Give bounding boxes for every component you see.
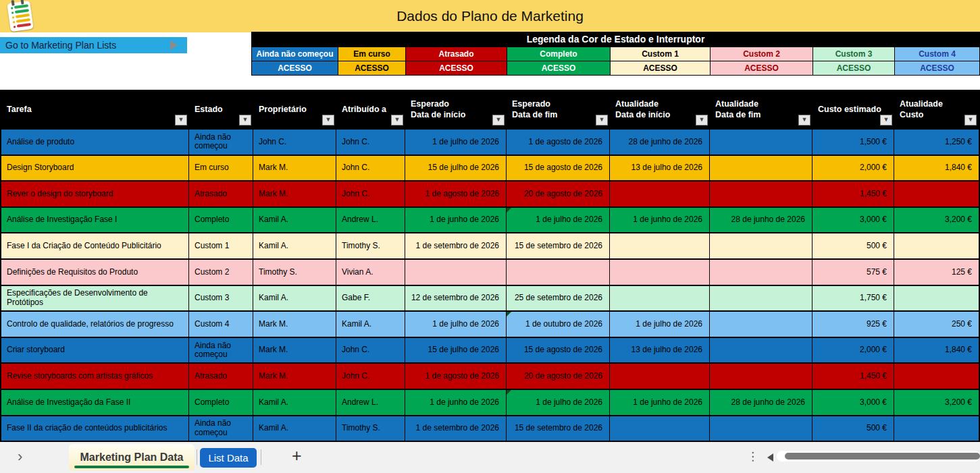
table-cell[interactable] [710,182,813,206]
legend-status-cell[interactable]: Custom 3 [813,47,895,61]
table-cell[interactable] [610,182,710,206]
legend-status-cell[interactable]: Completo [507,47,611,61]
table-cell[interactable]: 28 de junho de 2026 [710,208,813,233]
table-cell[interactable]: 1,450 € [813,182,894,206]
table-cell[interactable]: Design Storyboard [1,156,189,181]
table-cell[interactable] [894,364,979,389]
table-cell[interactable] [710,312,813,337]
table-cell[interactable]: 125 € [894,260,979,285]
tab-marketing-plan-data[interactable]: Marketing Plan Data [69,444,195,470]
table-cell[interactable]: 1 de julho de 2026 [507,208,610,233]
table-cell[interactable]: Mark M. [253,364,336,389]
table-cell[interactable]: Rever o design do storyboard [1,182,189,206]
table-cell[interactable]: 15 de agosto de 2026 [507,338,610,363]
legend-status-cell[interactable]: Custom 1 [611,47,711,61]
table-cell[interactable]: Análise de Investigação da Fase II [1,390,189,415]
table-cell[interactable]: 1 de julho de 2026 [610,312,710,337]
table-cell[interactable]: Vivian A. [336,260,405,285]
filter-dropdown-icon[interactable]: ▼ [880,115,892,126]
table-cell[interactable] [894,416,979,441]
filter-dropdown-icon[interactable]: ▼ [798,115,810,126]
table-cell[interactable]: 1 de julho de 2026 [405,312,507,337]
table-cell[interactable]: John C. [336,338,405,363]
table-cell[interactable]: Fase I da Criação de Conteúdo Publicitár… [1,233,189,258]
table-cell[interactable] [710,286,813,311]
table-cell[interactable]: Custom 2 [189,260,253,285]
legend-status-cell[interactable]: Custom 4 [895,47,979,61]
table-cell[interactable]: John C. [253,130,336,155]
table-cell[interactable]: 15 de setembro de 2026 [507,416,610,441]
table-cell[interactable]: 1,750 € [813,286,894,311]
table-cell[interactable] [710,260,813,285]
legend-access-cell[interactable]: ACESSO [406,61,507,75]
table-cell[interactable]: 1 de agosto de 2026 [405,364,507,389]
legend-access-cell[interactable]: ACESSO [338,61,406,75]
table-cell[interactable]: 1 de agosto de 2026 [405,182,507,206]
table-cell[interactable] [894,182,979,206]
table-cell[interactable]: Kamil A. [253,286,336,311]
table-cell[interactable]: 3,200 € [894,208,979,233]
table-cell[interactable]: Kamil A. [253,208,336,233]
table-cell[interactable]: Mark M. [253,156,336,181]
table-cell[interactable]: 2,000 € [813,338,894,363]
filter-dropdown-icon[interactable]: ▼ [322,115,334,126]
legend-access-cell[interactable]: ACESSO [507,61,611,75]
table-cell[interactable]: Especificações de Desenvolvimento de Pro… [1,286,189,311]
table-cell[interactable]: 3,200 € [894,390,979,415]
table-cell[interactable]: Kamil A. [253,416,336,441]
legend-status-cell[interactable]: Custom 2 [711,47,813,61]
filter-dropdown-icon[interactable]: ▼ [964,115,977,126]
sheet-nav-chevron-icon[interactable]: › [18,448,22,466]
table-cell[interactable]: 1 de julho de 2026 [405,130,507,155]
table-cell[interactable]: Análise de produto [1,130,189,155]
table-cell[interactable]: Timothy S. [336,233,405,258]
table-cell[interactable]: 1,840 € [894,156,979,181]
table-cell[interactable]: Atrasado [189,364,253,389]
table-cell[interactable]: 28 de junho de 2026 [610,130,710,155]
table-cell[interactable]: 1,840 € [894,338,979,363]
table-cell[interactable]: Mark M. [253,338,336,363]
table-cell[interactable]: Mark M. [253,182,336,206]
table-cell[interactable]: 15 de setembro de 2026 [507,233,610,258]
table-cell[interactable]: Kamil A. [336,312,405,337]
table-cell[interactable]: Ainda não começou [189,338,253,363]
table-cell[interactable]: 1 de junho de 2026 [610,390,710,415]
table-cell[interactable]: Andrew L. [336,390,405,415]
table-cell[interactable]: John C. [336,182,405,206]
table-cell[interactable]: John C. [336,364,405,389]
table-cell[interactable]: Definições de Requisitos do Produto [1,260,189,285]
table-cell[interactable] [610,364,710,389]
table-cell[interactable]: 13 de julho de 2026 [610,338,710,363]
table-cell[interactable]: Kamil A. [253,233,336,258]
legend-access-cell[interactable]: ACESSO [611,61,711,75]
table-cell[interactable]: 1,500 € [813,130,894,155]
table-cell[interactable]: 20 de agosto de 2026 [507,364,610,389]
filter-dropdown-icon[interactable]: ▼ [239,115,251,126]
add-sheet-button[interactable]: + [292,446,302,466]
table-cell[interactable]: 13 de julho de 2026 [610,156,710,181]
table-cell[interactable]: Completo [189,208,253,233]
table-cell[interactable]: 1 de junho de 2026 [405,390,507,415]
table-cell[interactable]: Análise de Investigação Fase I [1,208,189,233]
legend-status-cell[interactable]: Em curso [338,47,406,61]
filter-dropdown-icon[interactable]: ▼ [391,115,403,126]
table-cell[interactable]: 15 de agosto de 2026 [507,156,610,181]
table-cell[interactable]: 1 de outubro de 2026 [507,312,610,337]
legend-access-cell[interactable]: ACESSO [895,61,979,75]
table-cell[interactable]: Controlo de qualidade, relatórios de pro… [1,312,189,337]
table-cell[interactable]: Andrew L. [336,208,405,233]
legend-status-cell[interactable]: Ainda não começou [252,47,338,61]
table-cell[interactable] [894,233,979,258]
table-cell[interactable]: Custom 1 [189,233,253,258]
table-cell[interactable]: 1 de junho de 2026 [405,208,507,233]
go-to-lists-button[interactable]: Go to Marketing Plan Lists [0,37,187,53]
table-cell[interactable] [507,260,610,285]
table-cell[interactable]: 925 € [813,312,894,337]
table-cell[interactable]: 12 de setembro de 2026 [405,286,507,311]
table-cell[interactable] [710,416,813,441]
table-cell[interactable]: 2,000 € [813,156,894,181]
table-cell[interactable]: 575 € [813,260,894,285]
table-cell[interactable]: 500 € [813,233,894,258]
table-cell[interactable]: Mark M. [253,312,336,337]
table-cell[interactable] [405,260,507,285]
